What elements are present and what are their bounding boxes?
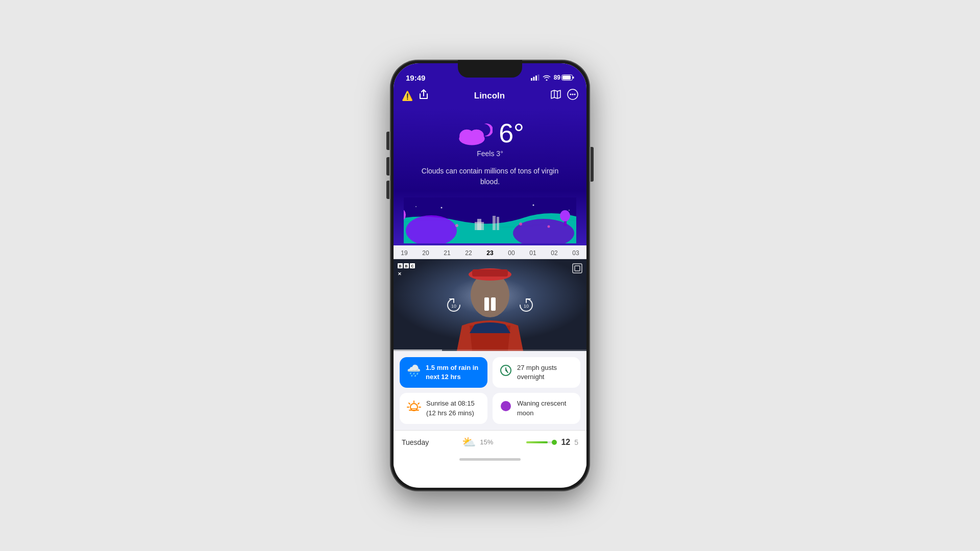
sunrise-text: Sunrise at 08:15 (12 hrs 26 mins) bbox=[426, 399, 480, 417]
more-icon[interactable] bbox=[567, 89, 578, 103]
svg-point-15 bbox=[469, 130, 484, 141]
svg-rect-0 bbox=[531, 78, 532, 81]
svg-rect-39 bbox=[575, 266, 580, 271]
svg-rect-24 bbox=[475, 222, 484, 230]
feels-like: Feels 3° bbox=[404, 149, 576, 158]
phone-frame: 19:49 89 bbox=[390, 60, 590, 491]
svg-rect-6 bbox=[573, 77, 574, 79]
svg-rect-5 bbox=[562, 76, 571, 80]
temp-low: 5 bbox=[574, 438, 578, 446]
app-header: ⚠️ Lincoln bbox=[394, 86, 586, 109]
timeline-hour: 01 bbox=[523, 249, 543, 257]
svg-rect-25 bbox=[493, 216, 496, 230]
header-left-icons: ⚠️ bbox=[402, 89, 428, 102]
svg-point-29 bbox=[569, 210, 570, 211]
svg-text:10: 10 bbox=[451, 304, 456, 309]
wind-icon bbox=[500, 364, 512, 380]
video-controls: 10 10 bbox=[446, 294, 534, 316]
forecast-day: Tuesday bbox=[402, 438, 429, 446]
moon-card[interactable]: Waning crescent moon bbox=[493, 393, 580, 423]
wifi-icon bbox=[543, 74, 551, 81]
bbc-close-btn[interactable]: ✕ bbox=[398, 271, 415, 277]
forward-10-btn[interactable]: 10 bbox=[518, 297, 534, 313]
alert-icon[interactable]: ⚠️ bbox=[402, 90, 413, 102]
forecast-icon: ⛅ bbox=[462, 436, 476, 449]
battery-indicator: 89 bbox=[554, 74, 574, 81]
info-cards: 🌧️ 1.5 mm of rain in next 12 hrs 27 mph … bbox=[394, 351, 586, 430]
battery-icon bbox=[561, 74, 574, 81]
timeline-hour: 00 bbox=[501, 249, 522, 257]
svg-rect-2 bbox=[535, 76, 537, 81]
home-bar bbox=[459, 458, 521, 461]
rain-card[interactable]: 🌧️ 1.5 mm of rain in next 12 hrs bbox=[400, 357, 487, 388]
wind-card[interactable]: 27 mph gusts overnight bbox=[493, 357, 580, 388]
svg-point-27 bbox=[441, 207, 443, 209]
forecast-bar: Tuesday ⛅ 15% 12 5 bbox=[394, 430, 586, 454]
timeline: 19 20 21 22 23 00 01 02 03 bbox=[394, 245, 586, 259]
moon-text: Waning crescent moon bbox=[517, 399, 573, 417]
temp-bar-fill bbox=[526, 441, 548, 443]
svg-rect-42 bbox=[491, 297, 496, 311]
temp-high: 12 bbox=[561, 438, 570, 447]
svg-point-22 bbox=[560, 210, 570, 221]
video-progress-bar[interactable] bbox=[394, 349, 586, 351]
home-indicator bbox=[394, 454, 586, 467]
share-icon[interactable] bbox=[419, 89, 428, 102]
weather-icon bbox=[456, 119, 493, 147]
svg-point-31 bbox=[455, 224, 458, 227]
temperature: 6° bbox=[499, 120, 524, 146]
map-icon[interactable] bbox=[551, 90, 561, 102]
bbc-box-b2: B bbox=[404, 263, 409, 268]
svg-point-28 bbox=[533, 205, 534, 206]
landscape-illustration bbox=[404, 197, 576, 243]
svg-point-32 bbox=[519, 222, 522, 226]
timeline-hour: 03 bbox=[566, 249, 586, 257]
bbc-box-c: C bbox=[410, 263, 415, 268]
svg-rect-37 bbox=[472, 269, 508, 277]
timeline-hour: 21 bbox=[437, 249, 457, 257]
status-time: 19:49 bbox=[406, 73, 425, 82]
timeline-hour: 19 bbox=[394, 249, 414, 257]
forecast-weather: ⛅ 15% bbox=[462, 436, 493, 449]
notch bbox=[458, 60, 522, 78]
svg-rect-26 bbox=[497, 217, 499, 230]
sunrise-card[interactable]: Sunrise at 08:15 (12 hrs 26 mins) bbox=[400, 393, 487, 423]
pause-btn[interactable] bbox=[480, 294, 500, 316]
temp-dot bbox=[552, 440, 557, 445]
svg-rect-41 bbox=[484, 297, 489, 311]
forecast-temps: 12 5 bbox=[526, 438, 578, 447]
bbc-box-b1: B bbox=[398, 263, 403, 268]
weather-description: Clouds can contain millions of tons of v… bbox=[404, 166, 576, 187]
status-icons: 89 bbox=[531, 74, 574, 81]
svg-text:10: 10 bbox=[524, 304, 529, 309]
weather-section: 6° Feels 3° Clouds can contain millions … bbox=[394, 109, 586, 245]
wind-text: 27 mph gusts overnight bbox=[517, 363, 573, 382]
svg-point-12 bbox=[574, 94, 575, 95]
weather-main: 6° bbox=[404, 119, 576, 147]
svg-point-46 bbox=[501, 401, 511, 411]
timeline-hour: 23 bbox=[480, 249, 500, 257]
bbc-logo: B B C ✕ bbox=[398, 263, 415, 277]
rain-text: 1.5 mm of rain in next 12 hrs bbox=[426, 363, 480, 382]
svg-point-33 bbox=[548, 226, 550, 228]
forecast-chance: 15% bbox=[480, 438, 493, 446]
header-right-icons bbox=[551, 89, 578, 103]
video-progress-fill bbox=[394, 349, 442, 351]
timeline-hour: 20 bbox=[415, 249, 436, 257]
svg-rect-3 bbox=[537, 74, 539, 81]
svg-rect-1 bbox=[533, 77, 534, 81]
video-expand-btn[interactable] bbox=[572, 263, 582, 276]
temp-range-bar bbox=[526, 441, 557, 443]
city-name: Lincoln bbox=[474, 91, 505, 101]
svg-point-30 bbox=[415, 206, 416, 207]
svg-point-11 bbox=[572, 94, 573, 95]
timeline-hour: 02 bbox=[544, 249, 565, 257]
battery-level: 89 bbox=[554, 74, 560, 81]
signal-icon bbox=[531, 74, 540, 81]
video-player[interactable]: B B C ✕ 10 bbox=[394, 259, 586, 351]
rain-icon: 🌧️ bbox=[407, 364, 421, 378]
rewind-10-btn[interactable]: 10 bbox=[446, 297, 462, 313]
svg-point-45 bbox=[410, 404, 418, 411]
sunrise-icon bbox=[407, 400, 421, 415]
moon-icon bbox=[500, 400, 512, 414]
